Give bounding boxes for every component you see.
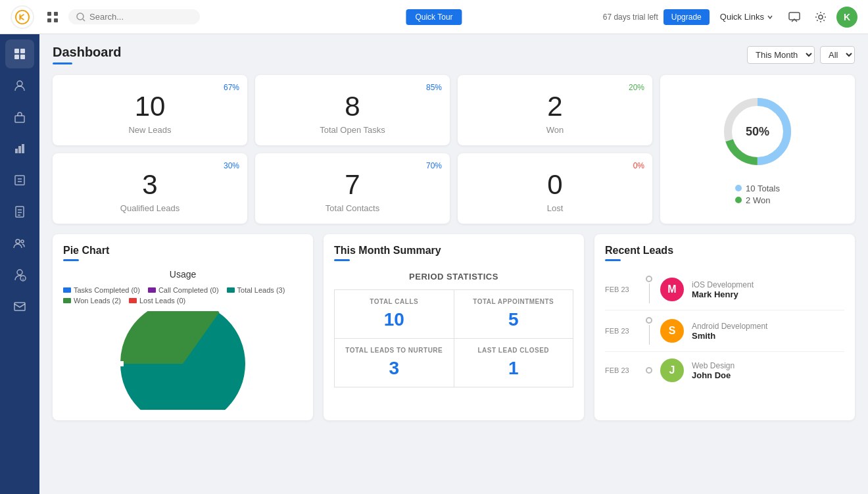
user-avatar[interactable]: K: [836, 7, 857, 28]
all-select[interactable]: All: [820, 46, 855, 64]
lead-meta-1: Android Development Smith: [692, 322, 767, 341]
timeline-col-0: [646, 276, 652, 303]
legend-tasks: Tasks Completed (0): [63, 286, 140, 294]
open-tasks-label: Total Open Tasks: [266, 125, 439, 135]
lead-avatar-2: J: [660, 358, 684, 382]
svg-rect-2: [54, 12, 58, 16]
period-cell-nurture: TOTAL LEADS TO NURTURE 3: [335, 339, 454, 387]
legend-won-leads: Won Leads (2): [63, 297, 121, 305]
lead-item-1: FEB 23 S Android Development Smith: [605, 310, 844, 352]
svg-rect-16: [18, 146, 21, 153]
legend-won-leads-label: Won Leads (2): [74, 297, 121, 305]
svg-point-13: [17, 81, 22, 86]
pie-chart-visual: [63, 311, 302, 410]
month-summary-section: This Month Summary PERIOD STATISTICS TOT…: [324, 234, 584, 420]
grid-menu-button[interactable]: [42, 7, 63, 28]
sidebar-item-dashboard[interactable]: [5, 39, 34, 68]
period-select[interactable]: This Month: [747, 46, 815, 64]
period-stats-title: PERIOD STATISTICS: [334, 272, 573, 282]
sidebar-item-contacts[interactable]: [5, 71, 34, 100]
legend-calls-square: [148, 287, 156, 293]
lead-project-0: iOS Development: [692, 280, 754, 289]
svg-rect-17: [22, 144, 24, 153]
svg-point-26: [21, 240, 24, 243]
svg-line-6: [83, 19, 85, 21]
trial-text: 67 days trial left: [603, 12, 658, 22]
legend-won-label: 2 Won: [746, 195, 770, 205]
nurture-label: TOTAL LEADS TO NURTURE: [343, 347, 446, 354]
timeline-dot-2: [646, 367, 652, 374]
svg-point-5: [77, 13, 84, 20]
quick-links-button[interactable]: Quick Links: [715, 9, 779, 24]
timeline-col-2: [646, 367, 652, 374]
sidebar-item-tasks[interactable]: [5, 166, 34, 195]
legend-lost-leads-label: Lost Leads (0): [139, 297, 185, 305]
won-label: Won: [468, 125, 642, 135]
sidebar-item-analytics[interactable]: [5, 134, 34, 163]
sidebar-item-profile[interactable]: +: [5, 260, 34, 289]
settings-button[interactable]: [810, 7, 831, 28]
contacts-label: Total Contacts: [266, 203, 439, 213]
lead-date-0: FEB 23: [605, 285, 638, 293]
legend-total-leads-square: [227, 287, 235, 293]
won-num: 2: [468, 91, 642, 122]
won-pct: 20%: [629, 83, 644, 92]
stat-card-new-leads: 67% 10 New Leads: [53, 75, 247, 145]
quick-tour-button[interactable]: Quick Tour: [406, 9, 462, 25]
stat-card-won: 20% 2 Won: [458, 75, 652, 145]
legend-total-leads-label: Total Leads (3): [237, 286, 285, 294]
sidebar: +: [0, 34, 39, 494]
last-closed-value: 1: [462, 358, 566, 379]
timeline-col-1: [646, 317, 652, 345]
svg-rect-34: [120, 361, 124, 366]
sidebar-item-deals[interactable]: [5, 103, 34, 132]
open-tasks-pct: 85%: [426, 83, 442, 92]
donut-chart: 50%: [718, 92, 797, 171]
timeline-dot-0: [646, 276, 652, 282]
new-leads-pct: 67%: [224, 83, 239, 92]
lead-name-1: Smith: [692, 331, 767, 341]
sidebar-item-reports[interactable]: [5, 197, 34, 226]
legend-totals-label: 10 Totals: [746, 184, 780, 193]
search-input[interactable]: [89, 12, 195, 22]
sidebar-item-email[interactable]: [5, 292, 34, 321]
search-box[interactable]: [68, 9, 200, 24]
timeline-line-1: [649, 325, 650, 345]
stat-card-lost: 0% 0 Lost: [458, 153, 652, 224]
svg-rect-30: [14, 303, 25, 310]
qualified-num: 3: [63, 169, 237, 201]
pie-chart-title: Pie Chart: [63, 245, 302, 261]
logo[interactable]: [11, 5, 34, 29]
new-leads-num: 10: [63, 91, 237, 122]
top-navbar: Quick Tour 67 days trial left Upgrade Qu…: [0, 0, 868, 34]
period-cell-calls: TOTAL CALLS 10: [335, 290, 454, 338]
qualified-pct: 30%: [224, 161, 239, 170]
donut-percent: 50%: [746, 124, 769, 138]
lead-meta-0: iOS Development Mark Henry: [692, 280, 754, 299]
lead-avatar-1: S: [660, 319, 684, 343]
svg-rect-14: [15, 116, 24, 122]
period-cell-last-closed: LAST LEAD CLOSED 1: [454, 339, 573, 387]
recent-leads-section: Recent Leads FEB 23 M iOS Development Ma…: [594, 234, 855, 420]
nav-right: 67 days trial left Upgrade Quick Links K: [603, 7, 857, 28]
svg-rect-11: [14, 55, 19, 59]
qualified-label: Qualified Leads: [63, 203, 237, 213]
bottom-grid: Pie Chart Usage Tasks Completed (0) Call…: [53, 234, 855, 420]
timeline-line-0: [649, 284, 650, 303]
stats-grid: 67% 10 New Leads 85% 8 Total Open Tasks …: [53, 75, 855, 224]
legend-lost-leads-square: [129, 298, 137, 303]
lead-project-1: Android Development: [692, 322, 767, 331]
legend-lost-leads: Lost Leads (0): [129, 297, 185, 305]
upgrade-button[interactable]: Upgrade: [663, 9, 710, 25]
svg-text:+: +: [22, 277, 24, 282]
svg-rect-4: [54, 18, 58, 22]
nurture-value: 3: [343, 358, 446, 379]
period-cell-appointments: TOTAL APPOINTMENTS 5: [454, 290, 573, 338]
messages-button[interactable]: [784, 7, 805, 28]
sidebar-item-users[interactable]: [5, 229, 34, 258]
content-area: Dashboard This Month All 67% 10 New Lead…: [39, 34, 868, 494]
svg-point-0: [16, 10, 29, 23]
svg-point-27: [17, 270, 22, 275]
last-closed-label: LAST LEAD CLOSED: [462, 347, 566, 354]
dashboard-header: Dashboard This Month All: [53, 45, 855, 64]
